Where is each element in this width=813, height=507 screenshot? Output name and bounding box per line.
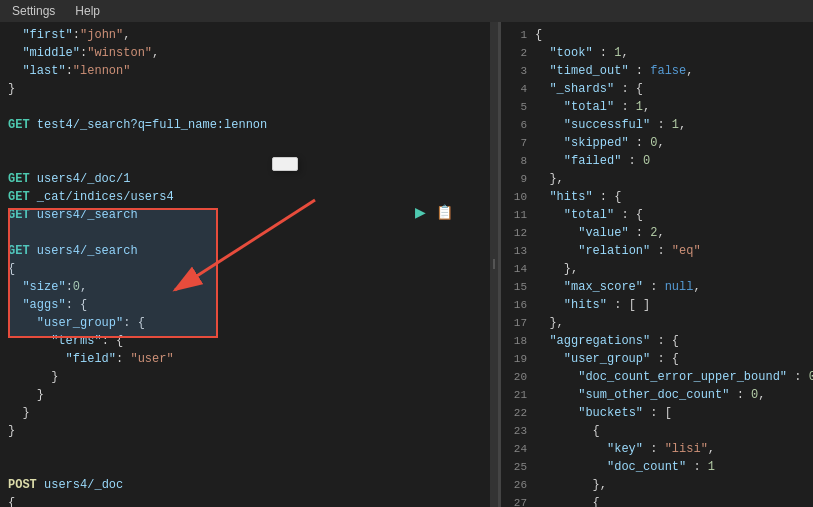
line-number: 22 bbox=[505, 404, 535, 422]
copy-button[interactable]: 📋 bbox=[434, 202, 454, 222]
left-code-line: GET users4/_search bbox=[0, 242, 490, 260]
right-code-line: 20 "doc_count_error_upper_bound" : 0, bbox=[501, 368, 813, 386]
help-menu[interactable]: Help bbox=[71, 2, 104, 20]
line-content: }, bbox=[535, 314, 564, 332]
line-number: 9 bbox=[505, 170, 535, 188]
right-code-line: 8 "failed" : 0 bbox=[501, 152, 813, 170]
line-content: "doc_count_error_upper_bound" : 0, bbox=[535, 368, 813, 386]
line-content: "relation" : "eq" bbox=[535, 242, 701, 260]
right-code-line: 25 "doc_count" : 1 bbox=[501, 458, 813, 476]
left-code-line: { bbox=[0, 494, 490, 507]
line-content: "took" : 1, bbox=[535, 44, 629, 62]
line-number: 26 bbox=[505, 476, 535, 494]
right-code-line: 17 }, bbox=[501, 314, 813, 332]
right-code-line: 22 "buckets" : [ bbox=[501, 404, 813, 422]
line-content: "total" : 1, bbox=[535, 98, 650, 116]
right-code-line: 3 "timed_out" : false, bbox=[501, 62, 813, 80]
line-number: 18 bbox=[505, 332, 535, 350]
right-code-line: 23 { bbox=[501, 422, 813, 440]
left-code-line: GET test4/_search?q=full_name:lennon bbox=[0, 116, 490, 134]
right-code-line: 9 }, bbox=[501, 170, 813, 188]
line-number: 16 bbox=[505, 296, 535, 314]
line-content: "successful" : 1, bbox=[535, 116, 686, 134]
line-number: 14 bbox=[505, 260, 535, 278]
right-code-line: 16 "hits" : [ ] bbox=[501, 296, 813, 314]
line-content: "max_score" : null, bbox=[535, 278, 701, 296]
line-number: 8 bbox=[505, 152, 535, 170]
right-code-line: 26 }, bbox=[501, 476, 813, 494]
right-code-line: 21 "sum_other_doc_count" : 0, bbox=[501, 386, 813, 404]
left-code-line: } bbox=[0, 386, 490, 404]
line-number: 12 bbox=[505, 224, 535, 242]
left-code-line bbox=[0, 134, 490, 152]
left-code-line: "size":0, bbox=[0, 278, 490, 296]
line-number: 11 bbox=[505, 206, 535, 224]
right-code-line: 24 "key" : "lisi", bbox=[501, 440, 813, 458]
line-content: "buckets" : [ bbox=[535, 404, 672, 422]
line-content: "sum_other_doc_count" : 0, bbox=[535, 386, 765, 404]
left-code-line: POST users4/_doc bbox=[0, 476, 490, 494]
left-code-line: { bbox=[0, 260, 490, 278]
panel-divider[interactable]: | bbox=[490, 22, 498, 507]
line-number: 3 bbox=[505, 62, 535, 80]
line-content: "value" : 2, bbox=[535, 224, 665, 242]
line-content: "key" : "lisi", bbox=[535, 440, 715, 458]
line-number: 1 bbox=[505, 26, 535, 44]
line-number: 10 bbox=[505, 188, 535, 206]
main-area: "first":"john", "middle":"winston", "las… bbox=[0, 22, 813, 507]
right-code-line: 27 { bbox=[501, 494, 813, 507]
line-number: 13 bbox=[505, 242, 535, 260]
line-number: 7 bbox=[505, 134, 535, 152]
line-number: 2 bbox=[505, 44, 535, 62]
line-content: }, bbox=[535, 260, 578, 278]
right-code-line: 13 "relation" : "eq" bbox=[501, 242, 813, 260]
left-code-line bbox=[0, 440, 490, 458]
left-code-line: } bbox=[0, 404, 490, 422]
line-number: 23 bbox=[505, 422, 535, 440]
left-code-line bbox=[0, 152, 490, 170]
left-code-line: "aggs": { bbox=[0, 296, 490, 314]
left-code-line: GET users4/_doc/1 bbox=[0, 170, 490, 188]
line-content: { bbox=[535, 494, 600, 507]
line-content: "failed" : 0 bbox=[535, 152, 650, 170]
right-code-line: 18 "aggregations" : { bbox=[501, 332, 813, 350]
line-content: "doc_count" : 1 bbox=[535, 458, 715, 476]
line-number: 25 bbox=[505, 458, 535, 476]
line-number: 19 bbox=[505, 350, 535, 368]
right-code-line: 12 "value" : 2, bbox=[501, 224, 813, 242]
left-panel[interactable]: "first":"john", "middle":"winston", "las… bbox=[0, 22, 490, 507]
menubar: Settings Help bbox=[0, 0, 813, 22]
line-content: }, bbox=[535, 476, 607, 494]
right-code-line: 14 }, bbox=[501, 260, 813, 278]
right-code-line: 1{ bbox=[501, 26, 813, 44]
line-number: 4 bbox=[505, 80, 535, 98]
right-code-line: 15 "max_score" : null, bbox=[501, 278, 813, 296]
left-code-line: } bbox=[0, 80, 490, 98]
left-code-line: } bbox=[0, 422, 490, 440]
line-number: 20 bbox=[505, 368, 535, 386]
line-number: 24 bbox=[505, 440, 535, 458]
left-code-line: "middle":"winston", bbox=[0, 44, 490, 62]
right-code-line: 2 "took" : 1, bbox=[501, 44, 813, 62]
line-content: "_shards" : { bbox=[535, 80, 643, 98]
send-request-tooltip bbox=[272, 157, 298, 171]
line-number: 6 bbox=[505, 116, 535, 134]
left-code-line bbox=[0, 98, 490, 116]
left-code-line: "last":"lennon" bbox=[0, 62, 490, 80]
settings-menu[interactable]: Settings bbox=[8, 2, 59, 20]
line-content: "total" : { bbox=[535, 206, 643, 224]
line-content: { bbox=[535, 422, 600, 440]
run-button[interactable]: ▶ bbox=[410, 202, 430, 222]
line-number: 5 bbox=[505, 98, 535, 116]
line-content: "hits" : [ ] bbox=[535, 296, 650, 314]
right-code-line: 5 "total" : 1, bbox=[501, 98, 813, 116]
right-panel[interactable]: 1{2 "took" : 1,3 "timed_out" : false,4 "… bbox=[498, 22, 813, 507]
line-content: { bbox=[535, 26, 542, 44]
left-code-line: "field": "user" bbox=[0, 350, 490, 368]
line-content: "user_group" : { bbox=[535, 350, 679, 368]
line-content: "hits" : { bbox=[535, 188, 621, 206]
left-code-line: "first":"john", bbox=[0, 26, 490, 44]
left-code-line bbox=[0, 458, 490, 476]
right-code-line: 10 "hits" : { bbox=[501, 188, 813, 206]
line-content: "timed_out" : false, bbox=[535, 62, 693, 80]
